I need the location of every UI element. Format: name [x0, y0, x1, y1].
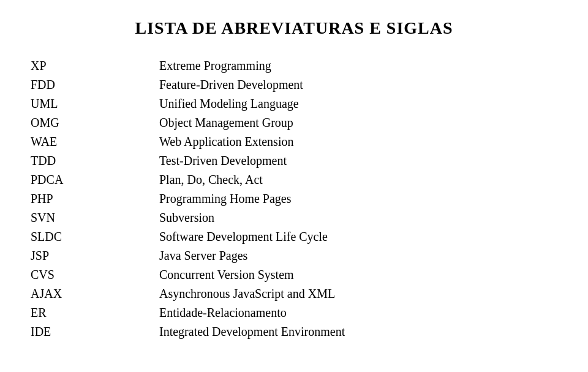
abbreviation-cell: JSP [24, 246, 147, 265]
abbreviation-cell: PHP [24, 189, 147, 208]
abbreviation-cell: AJAX [24, 284, 147, 303]
abbreviation-cell: UML [24, 94, 147, 113]
table-row: SLDCSoftware Development Life Cycle [24, 227, 564, 246]
abbreviation-cell: FDD [24, 75, 147, 94]
table-row: EREntidade-Relacionamento [24, 303, 564, 322]
definition-cell: Web Application Extension [147, 132, 564, 151]
page-title: LISTA DE ABREVIATURAS E SIGLAS [24, 18, 564, 38]
abbreviations-table: XPExtreme ProgrammingFDDFeature-Driven D… [24, 56, 564, 341]
definition-cell: Java Server Pages [147, 246, 564, 265]
definition-cell: Concurrent Version System [147, 265, 564, 284]
table-row: SVNSubversion [24, 208, 564, 227]
table-row: UMLUnified Modeling Language [24, 94, 564, 113]
table-row: FDDFeature-Driven Development [24, 75, 564, 94]
definition-cell: Subversion [147, 208, 564, 227]
table-row: CVSConcurrent Version System [24, 265, 564, 284]
definition-cell: Asynchronous JavaScript and XML [147, 284, 564, 303]
definition-cell: Extreme Programming [147, 56, 564, 75]
table-row: WAEWeb Application Extension [24, 132, 564, 151]
abbreviation-cell: OMG [24, 113, 147, 132]
abbreviation-cell: IDE [24, 322, 147, 341]
table-row: PDCAPlan, Do, Check, Act [24, 170, 564, 189]
abbreviation-cell: SVN [24, 208, 147, 227]
table-row: AJAXAsynchronous JavaScript and XML [24, 284, 564, 303]
definition-cell: Unified Modeling Language [147, 94, 564, 113]
abbreviation-cell: ER [24, 303, 147, 322]
table-row: OMGObject Management Group [24, 113, 564, 132]
table-row: JSPJava Server Pages [24, 246, 564, 265]
abbreviation-cell: WAE [24, 132, 147, 151]
definition-cell: Feature-Driven Development [147, 75, 564, 94]
definition-cell: Software Development Life Cycle [147, 227, 564, 246]
definition-cell: Plan, Do, Check, Act [147, 170, 564, 189]
definition-cell: Test-Driven Development [147, 151, 564, 170]
definition-cell: Integrated Development Environment [147, 322, 564, 341]
definition-cell: Object Management Group [147, 113, 564, 132]
table-row: PHPProgramming Home Pages [24, 189, 564, 208]
definition-cell: Entidade-Relacionamento [147, 303, 564, 322]
abbreviation-cell: TDD [24, 151, 147, 170]
definition-cell: Programming Home Pages [147, 189, 564, 208]
table-row: TDDTest-Driven Development [24, 151, 564, 170]
table-row: XPExtreme Programming [24, 56, 564, 75]
abbreviation-cell: CVS [24, 265, 147, 284]
abbreviation-cell: PDCA [24, 170, 147, 189]
table-row: IDEIntegrated Development Environment [24, 322, 564, 341]
abbreviation-cell: SLDC [24, 227, 147, 246]
abbreviation-cell: XP [24, 56, 147, 75]
